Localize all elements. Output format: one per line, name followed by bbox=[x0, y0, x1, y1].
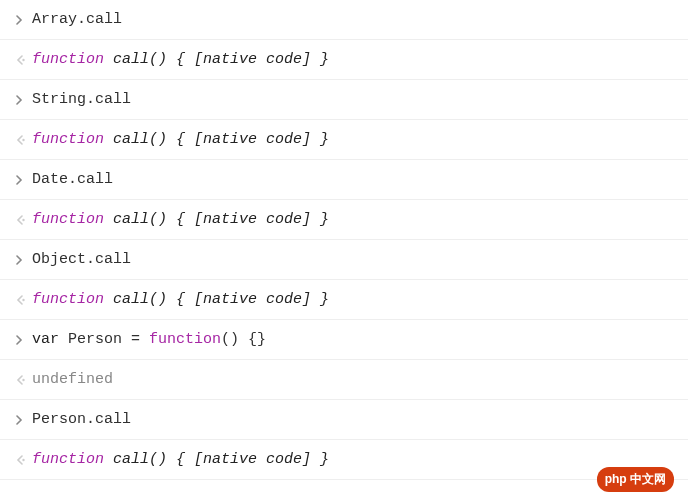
console-panel: Array.callfunction call() { [native code… bbox=[0, 0, 688, 480]
console-text: String.call bbox=[32, 91, 131, 108]
svg-point-2 bbox=[22, 218, 24, 220]
watermark-badge: php 中文网 bbox=[597, 467, 674, 480]
chevron-right-icon bbox=[14, 415, 32, 425]
console-text: function call() { [native code] } bbox=[32, 291, 329, 308]
console-text: Object.call bbox=[32, 251, 131, 268]
console-text: function call() { [native code] } bbox=[32, 51, 329, 68]
console-input-row[interactable]: Person.call bbox=[0, 400, 688, 440]
svg-point-4 bbox=[22, 378, 24, 380]
console-input-row[interactable]: var Person = function() {} bbox=[0, 320, 688, 360]
return-arrow-icon bbox=[14, 295, 32, 305]
chevron-right-icon bbox=[14, 335, 32, 345]
console-input-row[interactable]: Object.call bbox=[0, 240, 688, 280]
svg-point-3 bbox=[22, 298, 24, 300]
console-text: Array.call bbox=[32, 11, 122, 28]
chevron-right-icon bbox=[14, 175, 32, 185]
svg-point-0 bbox=[22, 58, 24, 60]
console-text: function call() { [native code] } bbox=[32, 451, 329, 468]
console-output-row[interactable]: undefined bbox=[0, 360, 688, 400]
console-text: function call() { [native code] } bbox=[32, 131, 329, 148]
console-output-row[interactable]: function call() { [native code] } bbox=[0, 280, 688, 320]
chevron-right-icon bbox=[14, 15, 32, 25]
svg-point-5 bbox=[22, 458, 24, 460]
console-text: function call() { [native code] } bbox=[32, 211, 329, 228]
console-text: Date.call bbox=[32, 171, 113, 188]
chevron-right-icon bbox=[14, 255, 32, 265]
console-text: Person.call bbox=[32, 411, 131, 428]
chevron-right-icon bbox=[14, 95, 32, 105]
return-arrow-icon bbox=[14, 55, 32, 65]
console-output-row[interactable]: function call() { [native code] } bbox=[0, 200, 688, 240]
return-arrow-icon bbox=[14, 215, 32, 225]
return-arrow-icon bbox=[14, 135, 32, 145]
return-arrow-icon bbox=[14, 455, 32, 465]
console-output-row[interactable]: function call() { [native code] } bbox=[0, 40, 688, 80]
console-text: undefined bbox=[32, 371, 113, 388]
svg-point-1 bbox=[22, 138, 24, 140]
console-input-row[interactable]: Array.call bbox=[0, 0, 688, 40]
console-text: var Person = function() {} bbox=[32, 331, 266, 348]
watermark-text: php 中文网 bbox=[605, 471, 666, 480]
return-arrow-icon bbox=[14, 375, 32, 385]
console-output-row[interactable]: function call() { [native code] } bbox=[0, 440, 688, 480]
console-output-row[interactable]: function call() { [native code] } bbox=[0, 120, 688, 160]
console-input-row[interactable]: String.call bbox=[0, 80, 688, 120]
console-input-row[interactable]: Date.call bbox=[0, 160, 688, 200]
